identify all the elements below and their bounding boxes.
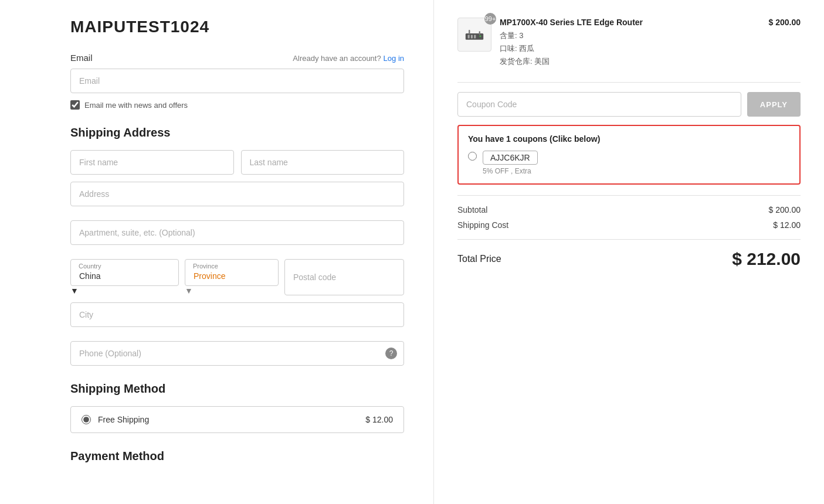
phone-input[interactable] <box>70 341 404 366</box>
apartment-input[interactable] <box>70 220 404 245</box>
phone-row: ? <box>70 341 404 366</box>
divider-3 <box>457 239 801 240</box>
right-panel: 99+ MP1700X-40 Series LTE Edge Router 含量… <box>434 0 824 504</box>
email-label: Email <box>70 53 93 63</box>
shipping-cost-label: Shipping Cost <box>457 220 508 230</box>
product-meta-flavor: 口味: 西瓜 <box>500 42 761 55</box>
svg-rect-4 <box>479 31 480 35</box>
coupon-input[interactable] <box>457 92 741 117</box>
store-title: MAIPUTEST1024 <box>70 18 404 36</box>
product-row: 99+ MP1700X-40 Series LTE Edge Router 含量… <box>457 18 801 68</box>
country-chevron-icon: ▼ <box>70 286 79 295</box>
divider-1 <box>457 82 801 83</box>
shipping-option-label: Free Shipping <box>98 415 358 424</box>
shipping-cost-row: Shipping Cost $ 12.00 <box>457 220 801 230</box>
product-price: $ 200.00 <box>769 18 801 27</box>
province-select[interactable]: Province <box>185 259 279 286</box>
email-input[interactable] <box>70 69 404 93</box>
divider-2 <box>457 195 801 196</box>
coupon-box: You have 1 coupons (Clikc below) AJJC6KJ… <box>457 125 801 185</box>
apply-button[interactable]: APPLY <box>747 92 801 117</box>
svg-rect-3 <box>474 35 476 38</box>
left-panel: MAIPUTEST1024 Email Already have an acco… <box>0 0 434 504</box>
shipping-address-title: Shipping Address <box>70 126 404 139</box>
province-chevron-icon: ▼ <box>185 286 193 295</box>
subtotal-value: $ 200.00 <box>769 205 801 214</box>
coupon-box-title: You have 1 coupons (Clikc below) <box>468 134 790 144</box>
shipping-method-section: Shipping Method Free Shipping $ 12.00 <box>70 382 404 433</box>
subtotal-label: Subtotal <box>457 205 487 214</box>
router-icon <box>463 26 486 43</box>
login-link[interactable]: Log in <box>384 54 404 63</box>
first-name-input[interactable] <box>70 150 234 175</box>
svg-rect-2 <box>471 35 473 38</box>
already-account-text: Already have an account? Log in <box>293 53 404 63</box>
location-row: Country China ▼ Province Province ▼ <box>70 259 404 295</box>
svg-rect-5 <box>469 30 470 35</box>
newsletter-checkbox[interactable] <box>70 100 80 110</box>
email-section-header: Email Already have an account? Log in <box>70 53 404 63</box>
product-meta-qty: 含量: 3 <box>500 29 761 42</box>
shipping-option-free: Free Shipping $ 12.00 <box>70 406 404 433</box>
payment-method-title: Payment Method <box>70 449 404 463</box>
product-image-wrap: 99+ <box>457 18 491 52</box>
product-quantity-badge: 99+ <box>484 13 496 25</box>
product-info: MP1700X-40 Series LTE Edge Router 含量: 3 … <box>500 18 761 68</box>
product-name: MP1700X-40 Series LTE Edge Router <box>500 18 761 27</box>
shipping-option-price: $ 12.00 <box>365 415 393 424</box>
address-row <box>70 182 404 213</box>
city-row <box>70 302 404 334</box>
address-input[interactable] <box>70 182 404 206</box>
province-select-wrap: Province Province ▼ <box>185 259 279 295</box>
coupon-description: 5% OFF , Extra <box>483 167 538 175</box>
coupon-code-tag: AJJC6KJR <box>483 151 538 165</box>
total-label: Total Price <box>457 254 501 264</box>
country-select[interactable]: China <box>70 259 179 286</box>
coupon-option: AJJC6KJR 5% OFF , Extra <box>468 151 790 175</box>
total-row: Total Price $ 212.00 <box>457 249 801 269</box>
newsletter-label: Email me with news and offers <box>84 101 188 110</box>
subtotal-row: Subtotal $ 200.00 <box>457 205 801 214</box>
svg-rect-1 <box>468 35 470 38</box>
shipping-radio[interactable] <box>82 415 91 424</box>
name-row <box>70 150 404 175</box>
last-name-input[interactable] <box>241 150 405 175</box>
product-meta-warehouse: 发货仓库: 美国 <box>500 55 761 68</box>
city-input[interactable] <box>70 302 404 327</box>
phone-help-icon[interactable]: ? <box>385 348 397 359</box>
coupon-radio[interactable] <box>468 152 477 161</box>
payment-method-section: Payment Method <box>70 449 404 463</box>
apartment-row <box>70 220 404 252</box>
postal-input[interactable] <box>284 259 404 295</box>
total-value: $ 212.00 <box>732 249 801 269</box>
coupon-details: AJJC6KJR 5% OFF , Extra <box>483 151 538 175</box>
svg-point-6 <box>479 35 481 37</box>
shipping-method-title: Shipping Method <box>70 382 404 396</box>
country-select-wrap: Country China ▼ <box>70 259 179 295</box>
newsletter-row: Email me with news and offers <box>70 100 404 110</box>
coupon-row: APPLY <box>457 92 801 117</box>
shipping-cost-value: $ 12.00 <box>773 220 801 230</box>
